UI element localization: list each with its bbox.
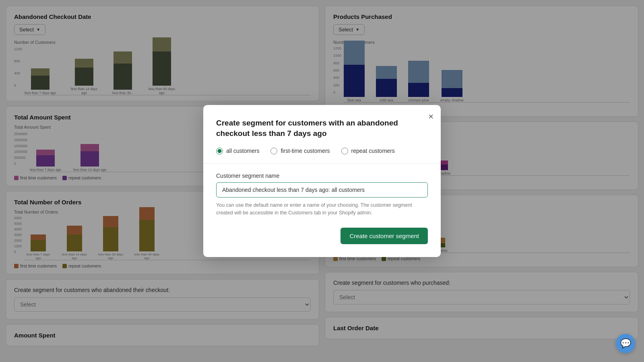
modal-radio-group: all customers first-time customers repea… xyxy=(216,148,428,154)
chat-icon: 💬 xyxy=(620,338,631,349)
modal-close-button[interactable]: × xyxy=(428,112,433,121)
support-chat-button[interactable]: 💬 xyxy=(616,334,635,353)
modal-divider xyxy=(203,163,441,164)
modal-footer: Create customer segment xyxy=(216,228,428,244)
modal-overlay[interactable]: × Create segment for customers with an a… xyxy=(0,0,644,362)
segment-name-label: Customer segment name xyxy=(216,173,428,179)
radio-input-all[interactable] xyxy=(216,148,223,154)
modal-title: Create segment for customers with an aba… xyxy=(216,118,428,138)
modal-dialog: × Create segment for customers with an a… xyxy=(203,105,441,257)
segment-name-hint: You can use the default name or enter a … xyxy=(216,202,428,217)
radio-all-customers[interactable]: all customers xyxy=(216,148,259,154)
radio-input-repeat[interactable] xyxy=(341,148,348,154)
radio-first-time-customers[interactable]: first-time customers xyxy=(270,148,330,154)
radio-input-first[interactable] xyxy=(270,148,277,154)
radio-repeat-customers[interactable]: repeat customers xyxy=(341,148,395,154)
segment-name-input[interactable] xyxy=(216,182,428,197)
create-segment-button[interactable]: Create customer segment xyxy=(341,228,428,244)
